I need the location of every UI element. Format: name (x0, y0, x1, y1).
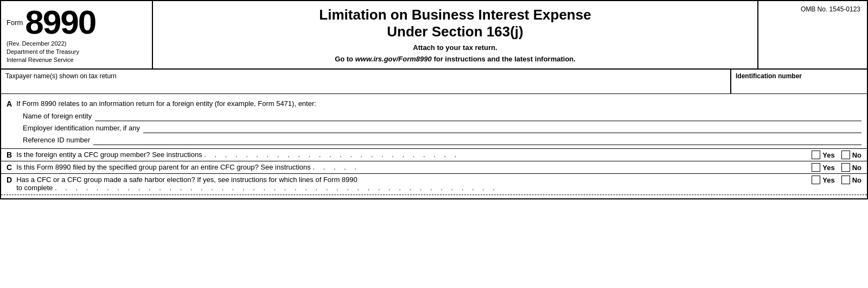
dept-line1: Department of the Treasury (7, 48, 146, 55)
section-d-no-label: No (852, 176, 861, 184)
section-d-yes: Yes (812, 176, 834, 184)
taxpayer-id-label: Identification number (736, 72, 802, 80)
section-c-letter: C (7, 163, 12, 172)
section-c-content: Is this Form 8990 filed by the specified… (16, 163, 861, 172)
field-row-ref: Reference ID number (23, 135, 861, 145)
form-number-row: Form 8990 (7, 5, 146, 39)
header-left: Form 8990 (Rev. December 2022) Departmen… (1, 1, 153, 68)
form-header: Form 8990 (Rev. December 2022) Departmen… (1, 1, 867, 70)
section-a-letter: A (7, 99, 12, 108)
section-b-no-checkbox[interactable] (841, 151, 850, 159)
section-c-yes-checkbox[interactable] (812, 163, 820, 172)
section-d-no: No (841, 176, 861, 184)
form-number: 8990 (25, 5, 95, 39)
omb-number: OMB No. 1545-0123 (801, 5, 860, 13)
section-d-letter: D (7, 176, 12, 184)
section-a: A If Form 8990 relates to an information… (1, 97, 867, 148)
section-c-row: C Is this Form 8990 filed by the specifi… (1, 161, 867, 173)
header-center: Limitation on Business Interest Expense … (153, 1, 758, 68)
section-a-title: A If Form 8990 relates to an information… (7, 99, 861, 108)
taxpayer-id-cell: Identification number (731, 70, 867, 93)
section-c-yes-label: Yes (822, 164, 834, 172)
field-label-ref: Reference ID number (23, 136, 90, 145)
section-d-content: Has a CFC or a CFC group made a safe har… (16, 176, 861, 192)
taxpayer-name-label: Taxpayer name(s) shown on tax return (5, 72, 117, 80)
field-row-name: Name of foreign entity (23, 111, 861, 121)
form-label: Form (7, 18, 23, 27)
section-d-no-checkbox[interactable] (841, 176, 850, 184)
form-title-line2: Under Section 163(j) (164, 23, 746, 40)
field-label-name: Name of foreign entity (23, 112, 92, 121)
form-subtitle2: Go to www.irs.gov/Form8990 for instructi… (164, 55, 746, 63)
taxpayer-name-cell: Taxpayer name(s) shown on tax return (1, 70, 731, 93)
section-d-text2: to complete (16, 184, 53, 192)
field-input-ref[interactable] (93, 135, 861, 145)
section-c-text: Is this Form 8990 filed by the specified… (16, 163, 801, 171)
section-b-yes-label: Yes (822, 151, 834, 159)
section-c-yes: Yes (812, 163, 834, 172)
section-c-no-label: No (852, 164, 861, 172)
field-row-ein: Employer identification number, if any (23, 123, 861, 133)
form-rev: (Rev. December 2022) (7, 40, 146, 47)
section-c-no: No (841, 163, 861, 172)
subtitle2-link: www.irs.gov/Form8990 (355, 55, 432, 63)
section-d-yes-label: Yes (822, 176, 834, 184)
section-b-yes: Yes (812, 151, 834, 159)
body-section: A If Form 8990 relates to an information… (1, 94, 867, 198)
section-b-no-label: No (852, 151, 861, 159)
section-d-text: Has a CFC or a CFC group made a safe har… (16, 176, 801, 192)
form-8990: Form 8990 (Rev. December 2022) Departmen… (0, 0, 868, 199)
subtitle2-end: for instructions and the latest informat… (432, 55, 576, 63)
section-d-checkboxes: Yes No (801, 176, 861, 184)
header-right: OMB No. 1545-0123 (758, 1, 867, 68)
section-a-text: If Form 8990 relates to an information r… (16, 99, 316, 108)
section-b-text: Is the foreign entity a CFC group member… (16, 151, 801, 159)
field-input-ein[interactable] (143, 123, 861, 133)
field-input-name[interactable] (95, 111, 861, 121)
section-b-no: No (841, 151, 861, 159)
subtitle2-text: Go to (335, 55, 355, 63)
form-title-line1: Limitation on Business Interest Expense (164, 7, 746, 23)
section-b-row: B Is the foreign entity a CFC group memb… (1, 148, 867, 161)
field-label-ein: Employer identification number, if any (23, 124, 140, 133)
section-d-yes-checkbox[interactable] (812, 176, 820, 184)
section-b-yes-checkbox[interactable] (812, 151, 820, 159)
section-b-letter: B (7, 151, 12, 159)
section-d-text1: Has a CFC or a CFC group made a safe har… (16, 176, 358, 184)
section-c-checkboxes: Yes No (801, 163, 861, 172)
section-b-content: Is the foreign entity a CFC group member… (16, 151, 861, 159)
section-c-no-checkbox[interactable] (841, 163, 850, 172)
section-d-row: D Has a CFC or a CFC group made a safe h… (1, 173, 867, 193)
form-subtitle1: Attach to your tax return. (164, 43, 746, 52)
bottom-dotted-line (1, 195, 867, 195)
dept-line2: Internal Revenue Service (7, 57, 146, 63)
section-b-checkboxes: Yes No (801, 151, 861, 159)
taxpayer-row: Taxpayer name(s) shown on tax return Ide… (1, 70, 867, 94)
